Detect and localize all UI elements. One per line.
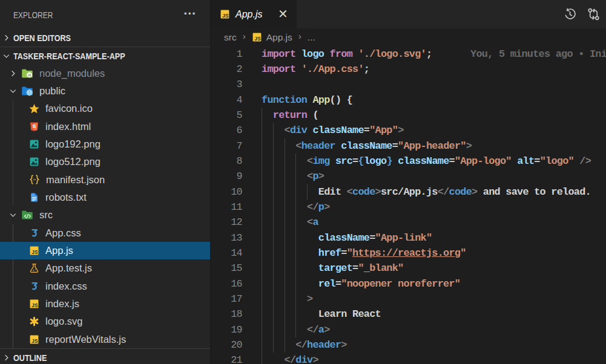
svg-text:JS: JS: [31, 303, 38, 308]
svg-text:JS: JS: [254, 36, 261, 42]
svg-text:5: 5: [33, 123, 36, 129]
svg-text:JS: JS: [31, 250, 38, 255]
svg-text:JS: JS: [222, 13, 229, 19]
svg-text:JS: JS: [31, 339, 38, 344]
